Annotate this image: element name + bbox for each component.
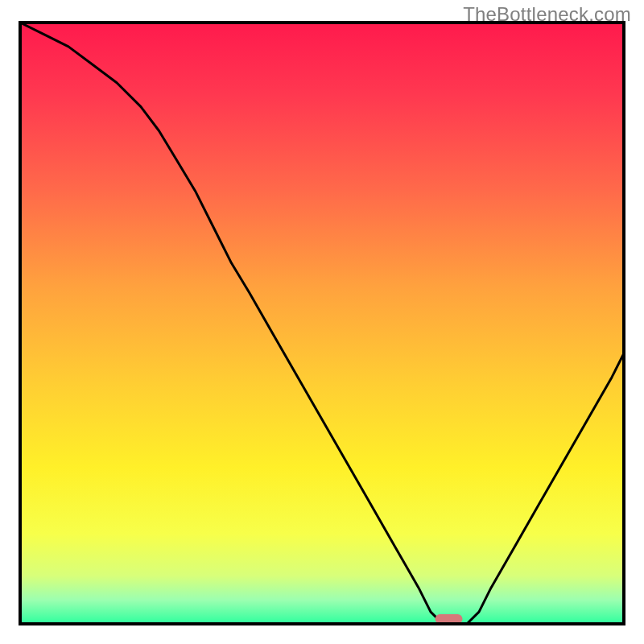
bottleneck-chart: [0, 0, 644, 644]
gradient-background: [20, 23, 624, 624]
watermark-text: TheBottleneck.com: [463, 3, 631, 26]
chart-stage: TheBottleneck.com: [0, 0, 644, 644]
